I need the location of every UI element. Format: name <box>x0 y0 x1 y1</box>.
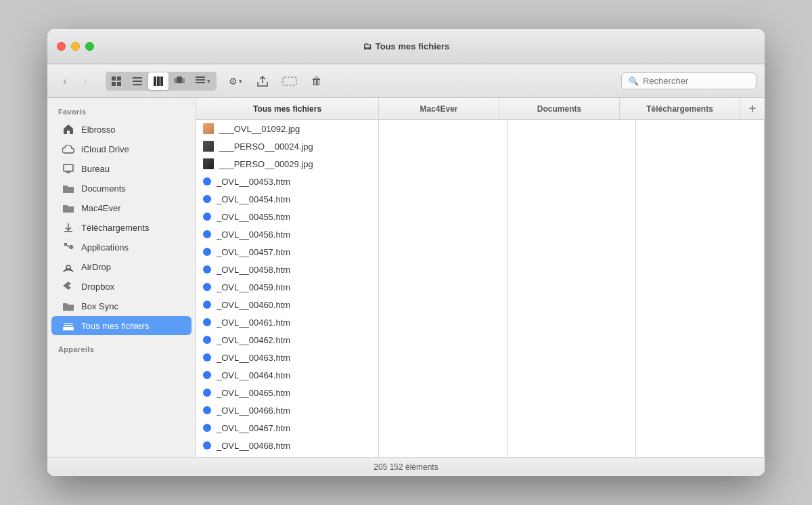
search-icon: 🔍 <box>629 76 639 86</box>
svg-rect-20 <box>64 325 73 326</box>
sidebar-item-airdrop[interactable]: AirDrop <box>51 257 191 276</box>
title-icon: 🗂 <box>363 41 371 51</box>
svg-rect-6 <box>133 84 142 85</box>
list-item[interactable]: _OVL__00463.htm <box>196 349 378 366</box>
file-dot-icon <box>203 336 211 344</box>
file-dot-icon <box>203 371 211 379</box>
svg-rect-12 <box>182 78 185 83</box>
file-name: _OVL__00464.htm <box>217 370 290 380</box>
sidebar-item-telechargements[interactable]: Téléchargements <box>51 218 191 237</box>
sidebar-item-icloud[interactable]: iCloud Drive <box>51 139 191 158</box>
toolbar: ‹ › <box>47 64 765 98</box>
list-item[interactable]: ___OVL__01092.jpg <box>196 120 378 137</box>
content-area: Favoris Elbrosso iCloud Drive <box>47 98 765 457</box>
svg-rect-9 <box>160 76 163 86</box>
list-item[interactable]: _OVL__00453.htm <box>196 173 378 190</box>
list-item[interactable]: _OVL__00458.htm <box>196 261 378 278</box>
sidebar-item-elbrosso[interactable]: Elbrosso <box>51 120 191 139</box>
file-dot-icon <box>203 213 211 221</box>
sidebar-item-tousmfichiers[interactable]: Tous mes fichiers <box>51 316 191 335</box>
action-dropdown-button[interactable]: ⚙▾ <box>225 72 246 91</box>
col-header-documents: Documents <box>499 98 620 119</box>
nav-buttons: ‹ › <box>55 72 95 91</box>
mac4ever-column <box>379 120 508 457</box>
view-icon-button[interactable] <box>106 72 127 90</box>
sidebar-item-boxsync[interactable]: Box Sync <box>51 297 191 315</box>
view-arrange-dropdown[interactable]: ▾ <box>190 72 216 90</box>
file-name: _OVL__00457.htm <box>217 247 290 257</box>
add-column-button[interactable]: + <box>740 98 765 119</box>
list-item[interactable]: _OVL__00462.htm <box>196 331 378 349</box>
list-item[interactable]: _OVL__00459.htm <box>196 278 378 296</box>
file-dot-icon <box>203 318 211 326</box>
appareils-label: Appareils <box>47 336 196 357</box>
minimize-button[interactable] <box>71 42 80 51</box>
folder-mac4ever-icon <box>62 202 74 214</box>
forward-button[interactable]: › <box>76 72 95 91</box>
file-name: _OVL__00454.htm <box>217 194 290 204</box>
svg-rect-0 <box>112 76 116 81</box>
image-thumb-icon <box>203 123 214 134</box>
file-name: _OVL__00455.htm <box>217 212 290 222</box>
file-dot-icon <box>203 389 211 397</box>
view-list-button[interactable] <box>127 72 148 90</box>
list-item[interactable]: _OVL__00455.htm <box>196 208 378 225</box>
file-name: _OVL__00468.htm <box>217 441 290 451</box>
telechargements-column <box>636 120 765 457</box>
list-item[interactable]: _OVL__00464.htm <box>196 366 378 384</box>
list-item[interactable]: ___PERSO__00029.jpg <box>196 155 378 173</box>
finder-window: 🗂 Tous mes fichiers ‹ › <box>47 29 765 476</box>
tag-button[interactable] <box>279 72 300 91</box>
file-name: ___PERSO__00029.jpg <box>219 159 313 169</box>
view-coverflow-button[interactable] <box>169 72 189 90</box>
list-item[interactable]: _OVL__00460.htm <box>196 296 378 313</box>
download-icon <box>62 221 74 234</box>
list-item[interactable]: _OVL__00454.htm <box>196 190 378 208</box>
file-dot-icon <box>203 406 211 414</box>
back-button[interactable]: ‹ <box>55 72 74 91</box>
list-item[interactable]: _OVL__00461.htm <box>196 313 378 331</box>
sidebar-item-applications[interactable]: Applications <box>51 238 191 257</box>
close-button[interactable] <box>57 42 66 51</box>
folder-boxsync-icon <box>62 300 74 312</box>
titlebar: 🗂 Tous mes fichiers <box>47 29 765 64</box>
column-headers: Tous mes fichiers Mac4Ever Documents Tél… <box>196 98 765 120</box>
svg-rect-10 <box>177 76 182 83</box>
list-item[interactable]: ___PERSO__00024.jpg <box>196 137 378 155</box>
list-item[interactable]: _OVL__00466.htm <box>196 401 378 419</box>
svg-rect-17 <box>64 164 73 171</box>
house-icon <box>62 123 74 135</box>
airdrop-icon <box>62 261 74 273</box>
svg-rect-13 <box>196 76 205 78</box>
svg-rect-2 <box>112 82 116 86</box>
file-dot-icon <box>203 230 211 238</box>
col-header-allfiles: Tous mes fichiers <box>196 98 379 119</box>
svg-rect-7 <box>154 76 156 86</box>
list-item[interactable]: _OVL__00468.htm <box>196 437 378 454</box>
sidebar-item-dropbox[interactable]: Dropbox <box>51 277 191 296</box>
file-name: ___OVL__01092.jpg <box>219 124 300 134</box>
list-item[interactable]: _OVL__00457.htm <box>196 243 378 261</box>
monitor-icon <box>62 162 74 175</box>
view-toggle: ▾ <box>106 72 217 91</box>
share-button[interactable] <box>252 72 273 91</box>
sidebar-item-bureau[interactable]: Bureau <box>51 159 191 178</box>
list-item[interactable]: _OVL__00465.htm <box>196 384 378 401</box>
main-area: Tous mes fichiers Mac4Ever Documents Tél… <box>196 98 765 457</box>
sidebar-item-mac4ever[interactable]: Mac4Ever <box>51 198 191 217</box>
col-header-mac4ever: Mac4Ever <box>379 98 499 119</box>
list-item[interactable]: _OVL__00456.htm <box>196 225 378 243</box>
file-name: _OVL__00458.htm <box>217 265 290 275</box>
sidebar-item-documents[interactable]: Documents <box>51 179 191 198</box>
delete-button[interactable]: 🗑 <box>306 72 328 91</box>
maximize-button[interactable] <box>85 42 94 51</box>
view-column-button[interactable] <box>148 72 168 90</box>
favorites-label: Favoris <box>47 98 196 119</box>
file-name: _OVL__00461.htm <box>217 317 290 328</box>
file-list-column: ___OVL__01092.jpg___PERSO__00024.jpg___P… <box>196 120 379 457</box>
svg-rect-21 <box>63 327 74 330</box>
col-header-telechargements: Téléchargements <box>620 98 740 119</box>
list-item[interactable]: _OVL__00467.htm <box>196 419 378 437</box>
file-name: _OVL__00456.htm <box>217 229 290 240</box>
search-input[interactable] <box>643 76 749 86</box>
